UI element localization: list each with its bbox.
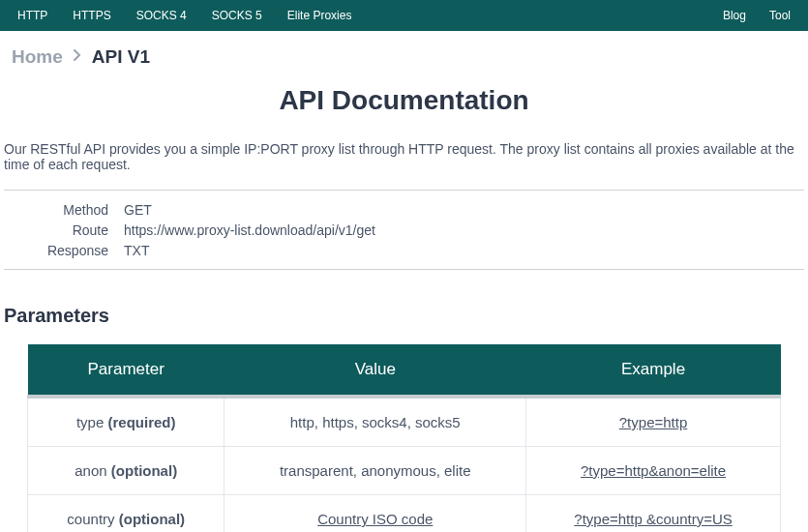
param-name: anon xyxy=(75,462,106,479)
example-link[interactable]: ?type=http&anon=elite xyxy=(581,462,726,479)
page-title: API Documentation xyxy=(0,85,808,116)
param-suffix: (optional) xyxy=(119,511,185,527)
breadcrumb-home[interactable]: Home xyxy=(12,46,63,68)
breadcrumb-current: API V1 xyxy=(92,46,150,68)
divider xyxy=(4,269,804,270)
param-value-cell: transparent, anonymous, elite xyxy=(224,447,526,495)
country-iso-link[interactable]: Country ISO code xyxy=(317,511,433,527)
param-name-cell: anon (optional) xyxy=(28,447,224,495)
param-suffix: (required) xyxy=(107,414,175,430)
param-name: country xyxy=(67,511,114,527)
info-label: Response xyxy=(4,241,124,261)
info-value: GET xyxy=(124,200,152,221)
intro-text: Our RESTful API provides you a simple IP… xyxy=(0,141,808,190)
parameters-heading: Parameters xyxy=(4,305,804,327)
nav-link-socks5[interactable]: SOCKS 5 xyxy=(212,9,262,22)
chevron-right-icon xyxy=(73,48,82,66)
divider xyxy=(4,190,804,191)
nav-right: Blog Tool xyxy=(723,9,791,22)
nav-link-https[interactable]: HTTPS xyxy=(73,9,110,22)
col-example: Example xyxy=(526,344,781,397)
nav-link-tool[interactable]: Tool xyxy=(769,9,791,22)
info-value: TXT xyxy=(124,241,149,261)
parameters-table-wrap: Parameter Value Example type (required) … xyxy=(0,344,808,532)
example-link[interactable]: ?type=http &country=US xyxy=(574,511,732,527)
param-name-cell: type (required) xyxy=(28,397,224,447)
info-row-route: Route https://www.proxy-list.download/ap… xyxy=(4,221,804,241)
top-nav: HTTP HTTPS SOCKS 4 SOCKS 5 Elite Proxies… xyxy=(0,0,808,31)
param-suffix: (optional) xyxy=(111,462,177,479)
info-label: Route xyxy=(4,221,124,241)
info-label: Method xyxy=(4,200,124,221)
nav-link-socks4[interactable]: SOCKS 4 xyxy=(136,9,187,22)
param-value-cell: http, https, socks4, socks5 xyxy=(224,397,526,447)
param-name-cell: country (optional) xyxy=(28,495,224,533)
nav-left: HTTP HTTPS SOCKS 4 SOCKS 5 Elite Proxies xyxy=(17,9,351,22)
param-value-cell: Country ISO code xyxy=(224,495,526,533)
info-row-method: Method GET xyxy=(4,200,804,221)
table-row: anon (optional) transparent, anonymous, … xyxy=(28,447,781,495)
nav-link-http[interactable]: HTTP xyxy=(17,9,47,22)
table-row: country (optional) Country ISO code ?typ… xyxy=(28,495,781,533)
table-row: type (required) http, https, socks4, soc… xyxy=(28,397,781,447)
info-value: https://www.proxy-list.download/api/v1/g… xyxy=(124,221,375,241)
param-example-cell: ?type=http xyxy=(526,397,781,447)
param-example-cell: ?type=http&anon=elite xyxy=(526,447,781,495)
example-link[interactable]: ?type=http xyxy=(619,414,687,430)
col-parameter: Parameter xyxy=(28,344,224,397)
col-value: Value xyxy=(224,344,526,397)
param-example-cell: ?type=http &country=US xyxy=(526,495,781,533)
nav-link-elite[interactable]: Elite Proxies xyxy=(287,9,352,22)
info-row-response: Response TXT xyxy=(4,241,804,261)
parameters-table: Parameter Value Example type (required) … xyxy=(27,344,781,532)
breadcrumb: Home API V1 xyxy=(0,31,808,75)
nav-link-blog[interactable]: Blog xyxy=(723,9,746,22)
param-name: type xyxy=(76,414,104,430)
info-table: Method GET Route https://www.proxy-list.… xyxy=(4,200,804,261)
